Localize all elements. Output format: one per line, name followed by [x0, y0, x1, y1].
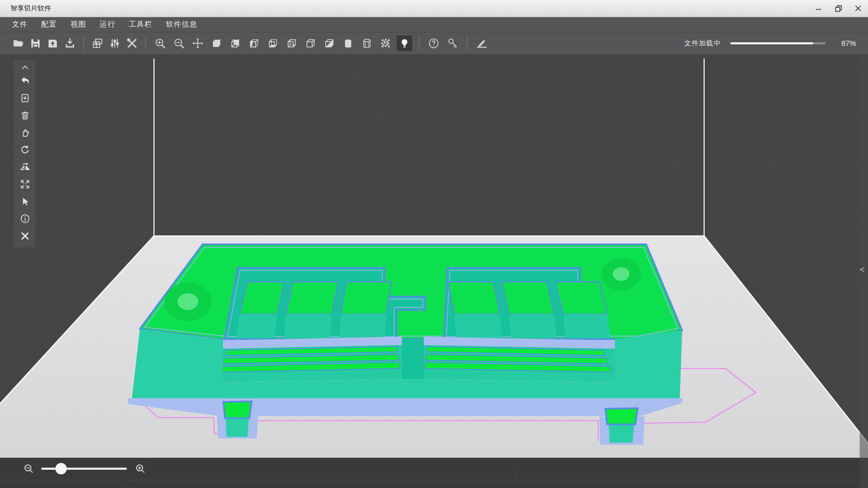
- viewport-3d[interactable]: <: [0, 55, 868, 488]
- mirror-icon: [19, 161, 31, 173]
- side-panel-toggle[interactable]: <: [859, 265, 866, 275]
- menu-about[interactable]: 软件信息: [166, 20, 197, 29]
- minimize-button[interactable]: [808, 0, 828, 17]
- machine-manage-button[interactable]: [90, 35, 105, 51]
- view-point-cloud-icon: [379, 37, 392, 50]
- license-key-button[interactable]: [445, 35, 460, 51]
- parameter-sliders-button[interactable]: [107, 35, 123, 51]
- zoom-out-icon[interactable]: [23, 463, 34, 474]
- info-icon: [20, 213, 30, 224]
- view-left-cube-icon: [248, 37, 260, 50]
- zoom-slider-handle[interactable]: [55, 463, 67, 474]
- pan-hand-button[interactable]: [14, 124, 35, 141]
- machine-manage-icon: [91, 37, 104, 50]
- rotate-view-button[interactable]: [14, 141, 35, 158]
- parameter-sliders-icon: [109, 37, 121, 50]
- save-file-button[interactable]: [28, 35, 43, 51]
- duplicate-model-button[interactable]: [14, 89, 35, 106]
- move-view-icon: [192, 37, 204, 50]
- view-backface-cube-icon: [229, 37, 242, 50]
- license-key-icon: [446, 37, 459, 50]
- light-toggle-icon: [398, 37, 411, 50]
- rotate-ccw-icon: [20, 145, 30, 155]
- menu-file[interactable]: 文件: [12, 20, 28, 29]
- repair-tools-icon: [20, 231, 30, 241]
- file-loading-progress: 文件加载中 87%: [684, 39, 868, 48]
- window-title: 智享切片软件: [10, 4, 51, 13]
- view-backface-cube-button[interactable]: [228, 35, 243, 51]
- model-boxes-left: [236, 282, 391, 338]
- expand-arrows-icon: [20, 179, 30, 189]
- minimize-icon: [815, 5, 822, 11]
- repair-tools-button[interactable]: [14, 227, 35, 244]
- view-bottom-cube-button[interactable]: [265, 35, 281, 51]
- open-file-button[interactable]: [10, 35, 26, 51]
- progress-percent: 87%: [836, 39, 856, 47]
- export-download-button[interactable]: [62, 35, 78, 51]
- model-info-button[interactable]: [14, 210, 35, 227]
- view-wire-cube-button[interactable]: [303, 35, 318, 51]
- view-wire-cube-icon: [304, 37, 317, 50]
- restore-button[interactable]: [828, 0, 848, 17]
- progress-label: 文件加载中: [684, 39, 721, 48]
- help-button[interactable]: [426, 35, 442, 51]
- hand-icon: [20, 127, 30, 138]
- app-window: 智享切片软件 文件 配置 视图 运行 工具栏 软件信息: [0, 0, 868, 488]
- delete-model-button[interactable]: [14, 106, 35, 124]
- zoom-out-button[interactable]: [171, 35, 187, 51]
- zoom-out-icon: [173, 37, 185, 50]
- toolbar-group-file: [9, 35, 78, 51]
- move-view-button[interactable]: [190, 35, 206, 51]
- view-left-cube-button[interactable]: [246, 35, 262, 51]
- export-download-icon: [64, 37, 76, 50]
- duplicate-icon: [20, 93, 30, 103]
- import-model-button[interactable]: [45, 35, 61, 51]
- undo-icon: [19, 75, 31, 87]
- close-icon: [855, 5, 861, 11]
- tools-wrench-button[interactable]: [124, 35, 140, 51]
- zoom-slider-track[interactable]: [41, 468, 127, 470]
- light-toggle-button[interactable]: [397, 35, 412, 51]
- toolbar-separator: [83, 37, 84, 50]
- help-question-icon: [427, 37, 440, 50]
- collapse-chevron-button[interactable]: [14, 62, 35, 72]
- titlebar: 智享切片软件: [0, 0, 868, 17]
- scene-canvas: [0, 55, 868, 488]
- cursor-icon: [20, 196, 30, 207]
- zoom-in-icon: [154, 37, 167, 50]
- boss-left: [164, 282, 211, 321]
- view-bottom-cube-icon: [267, 37, 279, 50]
- view-half-cube-button[interactable]: [322, 35, 337, 51]
- vent-slots-right: [425, 347, 611, 372]
- toolbar-separator: [467, 37, 468, 50]
- view-cylinder-button[interactable]: [340, 35, 356, 51]
- model-base-brim: [128, 398, 682, 416]
- measure-blade-button[interactable]: [474, 35, 490, 51]
- close-button[interactable]: [848, 0, 868, 17]
- view-dotted-cube-button[interactable]: [284, 35, 300, 51]
- menu-view[interactable]: 视图: [70, 20, 86, 29]
- view-point-cloud-button[interactable]: [378, 35, 394, 51]
- view-cylinder-wire-button[interactable]: [359, 35, 375, 51]
- mirror-model-button[interactable]: [14, 158, 35, 175]
- view-solid-cube-button[interactable]: [209, 35, 224, 51]
- toolbar-group-machine: [89, 35, 140, 51]
- chevron-up-icon: [21, 65, 29, 70]
- import-model-icon: [46, 37, 59, 50]
- undo-button[interactable]: [14, 72, 35, 89]
- measure-blade-icon: [475, 37, 488, 50]
- menu-run[interactable]: 运行: [100, 20, 115, 29]
- toolbar-group-edit: [472, 35, 491, 51]
- menu-config[interactable]: 配置: [41, 20, 57, 29]
- model-object[interactable]: [128, 244, 682, 416]
- progress-bar: [730, 42, 826, 44]
- model-boxes-right: [448, 282, 611, 338]
- menu-toolbar[interactable]: 工具栏: [129, 20, 152, 29]
- zoom-in-icon[interactable]: [135, 463, 146, 474]
- menubar: 文件 配置 视图 运行 工具栏 软件信息: [0, 17, 868, 32]
- select-cursor-button[interactable]: [14, 193, 35, 210]
- view-half-cube-icon: [323, 37, 336, 50]
- view-cylinder-wire-icon: [361, 37, 373, 50]
- scale-fit-button[interactable]: [14, 175, 35, 193]
- zoom-in-button[interactable]: [152, 35, 168, 51]
